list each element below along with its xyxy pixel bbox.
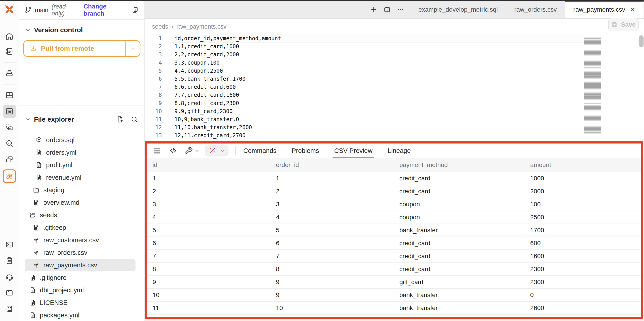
table-row: 4 4 coupon 2500 bbox=[147, 211, 641, 224]
chevron-down-icon[interactable] bbox=[194, 148, 200, 153]
file-explorer-item[interactable]: overview.md bbox=[24, 196, 136, 209]
version-control-header[interactable]: Version control bbox=[26, 25, 138, 35]
editor-tab[interactable]: raw_orders.csv ✕ bbox=[506, 1, 565, 18]
chevron-down-icon bbox=[26, 28, 30, 32]
ai-atom-icon[interactable] bbox=[3, 170, 16, 183]
file-explorer-item[interactable]: .gitignore bbox=[24, 271, 136, 284]
file-explorer-item[interactable]: raw_orders.csv bbox=[24, 246, 136, 259]
cell-payment-method: bank_transfer bbox=[394, 292, 525, 299]
dashboard-icon[interactable] bbox=[3, 88, 16, 102]
new-file-icon[interactable] bbox=[116, 116, 124, 123]
file-explorer-item[interactable]: dbt_project.yml bbox=[24, 284, 136, 296]
chevron-down-icon[interactable] bbox=[220, 148, 225, 153]
file-explorer-item[interactable]: LICENSE bbox=[24, 296, 136, 309]
data-search-icon[interactable] bbox=[3, 137, 16, 150]
editor-tab[interactable]: raw_payments.csv ✕ bbox=[565, 1, 644, 18]
code-line: 13 12,11,credit_card,2700 bbox=[145, 132, 644, 140]
git-branch-icon bbox=[24, 6, 32, 14]
cell-payment-method: credit_card bbox=[394, 252, 525, 260]
file-name: packages.yml bbox=[40, 312, 80, 319]
cell-payment-method: bank_transfer bbox=[394, 304, 525, 312]
new-tab-icon[interactable] bbox=[370, 6, 377, 13]
cell-id: 5 bbox=[147, 227, 270, 234]
branch-mode: (read-only) bbox=[52, 3, 80, 17]
save-button[interactable]: Save bbox=[608, 18, 639, 31]
table-row: 8 8 credit_card 2300 bbox=[147, 263, 641, 276]
editor-scrollbar-thumb[interactable] bbox=[639, 35, 644, 48]
seed-sprout-icon bbox=[33, 236, 40, 244]
split-view-icon[interactable] bbox=[384, 6, 391, 13]
minimap[interactable] bbox=[584, 35, 600, 136]
breadcrumb-file: raw_payments.csv bbox=[176, 23, 226, 30]
tab-label: raw_orders.csv bbox=[514, 6, 557, 13]
pull-from-remote-button[interactable]: Pull from remote bbox=[23, 40, 140, 57]
headset-icon[interactable] bbox=[3, 270, 16, 284]
sidebar-divider bbox=[19, 105, 144, 106]
table-row: 1 1 credit_card 1000 bbox=[147, 172, 641, 185]
cell-payment-method: credit_card bbox=[394, 266, 525, 273]
code-view-icon[interactable] bbox=[169, 147, 177, 155]
line-text: 4,4,coupon,2500 bbox=[162, 68, 223, 74]
copy-icon[interactable] bbox=[132, 6, 139, 14]
panel-tabs: Commands Problems CSV Preview Lineage bbox=[243, 143, 426, 158]
document-icon bbox=[29, 274, 36, 281]
file-explorer-item[interactable]: raw_customers.csv bbox=[24, 234, 136, 246]
line-text: 9,9,gift_card,2300 bbox=[162, 108, 232, 114]
build-wrench-icon[interactable] bbox=[185, 147, 200, 155]
pull-button-label: Pull from remote bbox=[41, 45, 94, 52]
file-explorer-item[interactable]: packages.yml bbox=[24, 309, 136, 321]
terminal-icon[interactable] bbox=[3, 238, 16, 251]
cell-payment-method: coupon bbox=[394, 201, 525, 208]
code-editor-icon[interactable] bbox=[3, 104, 16, 118]
stack-icon[interactable] bbox=[3, 66, 16, 80]
frame-select-icon[interactable] bbox=[3, 121, 16, 134]
cell-payment-method: coupon bbox=[394, 214, 525, 221]
pull-options-dropdown[interactable] bbox=[126, 41, 140, 56]
cell-id: 2 bbox=[147, 188, 270, 195]
panel-tab[interactable]: CSV Preview bbox=[334, 143, 372, 158]
clipboard-icon[interactable] bbox=[3, 254, 16, 267]
close-icon[interactable]: ✕ bbox=[630, 6, 636, 13]
file-explorer-item[interactable]: raw_payments.csv bbox=[24, 259, 136, 271]
document-icon bbox=[29, 286, 36, 294]
file-explorer-item[interactable]: profit.yml bbox=[24, 159, 136, 171]
panel-tab[interactable]: Commands bbox=[243, 143, 276, 158]
cell-payment-method: gift_card bbox=[394, 278, 525, 286]
line-number: 5 bbox=[145, 68, 162, 74]
code-line: 10 9,9,gift_card,2300 bbox=[145, 107, 644, 115]
editor-tab[interactable]: example_develop_metric.sql ✕ bbox=[410, 1, 506, 18]
panel-tab[interactable]: Problems bbox=[292, 143, 319, 158]
notebook-icon[interactable] bbox=[3, 45, 16, 58]
table-row: 10 9 bank_transfer 0 bbox=[147, 289, 641, 302]
file-explorer-item[interactable]: orders.sql bbox=[24, 134, 136, 146]
file-explorer-item[interactable]: orders.yml bbox=[24, 146, 136, 159]
file-explorer-item[interactable]: .gitkeep bbox=[24, 221, 136, 234]
file-explorer-item[interactable]: seeds bbox=[24, 209, 136, 221]
panel-tab[interactable]: Lineage bbox=[388, 143, 411, 158]
windows-icon[interactable] bbox=[3, 153, 16, 166]
cell-id: 3 bbox=[147, 201, 270, 208]
search-icon[interactable] bbox=[130, 116, 138, 123]
table-row: 9 9 gift_card 2300 bbox=[147, 276, 641, 289]
file-explorer-item[interactable]: revenue.yml bbox=[24, 171, 136, 184]
home-icon[interactable] bbox=[3, 30, 16, 43]
browser-icon[interactable] bbox=[3, 286, 16, 300]
line-text: 11,10,bank_transfer,2600 bbox=[162, 124, 252, 130]
rail-divider bbox=[3, 62, 16, 62]
change-branch-link[interactable]: Change branch bbox=[84, 3, 128, 17]
building-icon[interactable] bbox=[3, 302, 16, 316]
ai-assist-wand-button[interactable] bbox=[205, 145, 228, 156]
cell-order-id: 7 bbox=[270, 252, 394, 260]
chevron-down-icon[interactable] bbox=[26, 117, 30, 122]
file-explorer-item[interactable]: staging bbox=[24, 184, 136, 196]
table-row: 6 6 credit_card 600 bbox=[147, 237, 641, 250]
code-line: 11 10,9,bank_transfer,0 bbox=[145, 115, 644, 124]
more-options-icon[interactable] bbox=[397, 6, 404, 13]
code-editor[interactable]: 1 id,order_id,payment_method,amount 2 1,… bbox=[145, 34, 644, 141]
cell-order-id: 6 bbox=[270, 240, 394, 247]
dbt-ide-window: main (read-only) Change branch Version c… bbox=[0, 0, 644, 321]
sidebar: main (read-only) Change branch Version c… bbox=[19, 1, 145, 321]
line-number: 2 bbox=[145, 43, 162, 50]
table-view-icon[interactable] bbox=[152, 146, 162, 155]
code-line: 6 5,5,bank_transfer,1700 bbox=[145, 75, 644, 83]
